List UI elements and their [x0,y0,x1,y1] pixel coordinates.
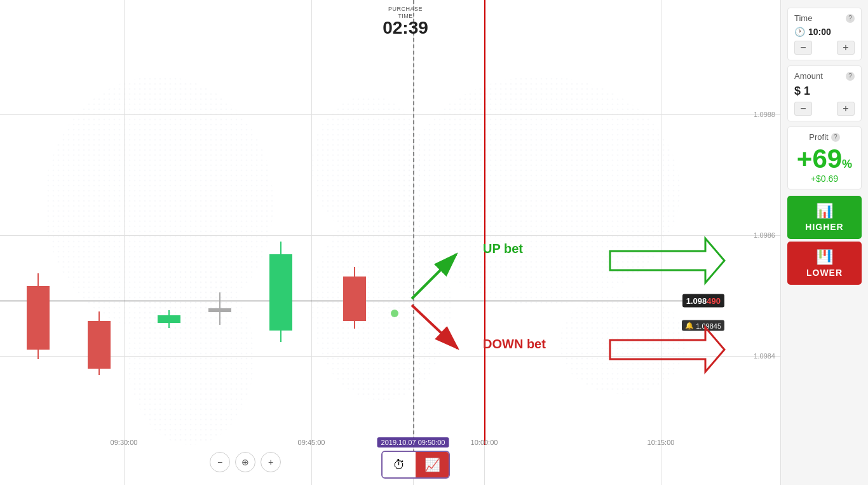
candle-3 [158,310,180,328]
bell-icon: 🔔 [685,322,694,330]
price-dot-indicator [391,310,398,317]
candle-1-wick-bot [37,350,39,359]
candle-1 [27,273,50,359]
grid-line-1 [0,114,780,115]
candle-2-wick-bot [98,369,100,375]
clock-icon: 🕐 [794,27,805,37]
amount-stepper: − + [794,102,855,116]
time-value: 10:00 [808,27,831,37]
zoom-out-btn[interactable]: − [210,452,230,472]
purchase-time-value: 02:39 [383,19,428,37]
price-label-1: 1.0988 [754,111,775,118]
current-price-badge: 1.098490 [682,294,724,308]
grid-line-2 [0,235,780,236]
candle-2-wick-top [98,311,100,321]
profit-section: Profit ? +69% +$0.69 [787,126,862,189]
price-label-2: 1.0986 [754,231,775,239]
candle-3-wick-bot [168,323,170,328]
candle-1-wick-top [37,273,39,286]
amount-section: Amount ? $ 1 − + [787,65,862,121]
candle-6-wick-top [354,267,355,277]
profit-dollar-display: +$0.69 [794,174,855,184]
profit-section-header: Profit ? [794,132,855,142]
candle-3-wick-top [168,310,170,315]
vgrid-1 [124,0,125,485]
time-axis: 09:30:00 09:45:00 2019.10.07 09:50:00 10… [0,434,780,450]
up-bet-label: UP bet [483,242,523,256]
amount-section-header: Amount ? [794,71,855,81]
sidebar: Time ? 🕐 10:00 − + Amount ? $ 1 − + Prof… [780,0,868,485]
amount-info-icon[interactable]: ? [846,72,855,81]
zoom-controls: − ⊕ + [210,452,281,472]
lower-label: LOWER [806,268,843,278]
candle-4-wick-top [219,292,220,308]
zoom-in-btn[interactable]: + [261,452,281,472]
time-label-2: 09:45:00 [298,439,325,446]
candle-6-body [343,277,366,321]
higher-icon: 📊 [816,203,833,219]
profit-percent-value: +69 [797,144,842,174]
higher-btn[interactable]: 📊 HIGHER [787,196,862,239]
candle-5 [269,242,292,342]
purchase-time-header: PURCHASETIME 02:39 [383,5,428,37]
profit-percent-display: +69% [794,146,855,172]
chart-area: 1.0988 1.0986 1.0984 1.098490 🔔 1.09845 … [0,0,780,485]
chart-tool-icon: 📈 [424,457,440,472]
time-section: Time ? 🕐 10:00 − + [787,8,862,60]
higher-label: HIGHER [805,222,843,232]
time-label-4: 10:00:00 [471,439,498,446]
time-label-5: 10:15:00 [648,439,675,446]
candle-4-wick-bot [219,312,220,325]
time-section-header: Time ? [794,13,855,23]
vgrid-5 [661,0,661,485]
time-minus-btn[interactable]: − [794,41,812,55]
bottom-toolbar: ⏱ 📈 [381,451,450,479]
candle-2-body [88,321,111,369]
time-plus-btn[interactable]: + [837,41,855,55]
lower-icon: 📊 [816,249,833,265]
alert-price-badge: 🔔 1.09845 [682,320,724,331]
down-bet-label: DOWN bet [483,337,546,352]
candle-5-body [269,254,292,331]
profit-label: Profit [809,132,828,142]
time-label-1: 09:30:00 [111,439,138,446]
candle-6 [343,267,366,329]
purchase-time-line [484,0,485,445]
lower-btn[interactable]: 📊 LOWER [787,242,862,285]
candle-2 [88,311,111,375]
profit-info-icon[interactable]: ? [831,133,840,142]
vgrid-2 [311,0,312,485]
purchase-dotted-line [413,0,414,453]
alert-price-value: 1.09845 [696,322,721,329]
candle-5-wick-bot [280,331,281,342]
world-map-bg [0,0,780,485]
chart-tool-btn[interactable]: 📈 [416,452,449,477]
grid-line-3 [0,356,780,357]
price-label-3: 1.0984 [754,352,775,360]
purchase-time-label: PURCHASETIME [388,6,423,19]
amount-minus-btn[interactable]: − [794,102,812,116]
amount-display: $ 1 [794,85,855,98]
candle-5-wick-top [280,242,281,254]
clock-tool-icon: ⏱ [393,458,405,472]
svg-point-5 [400,76,680,305]
time-label: Time [794,13,812,23]
time-display: 🕐 10:00 [794,27,855,37]
amount-plus-btn[interactable]: + [837,102,855,116]
candle-6-wick-bot [354,321,355,329]
time-info-icon[interactable]: ? [846,14,855,23]
candle-1-body [27,286,50,350]
candle-3-body [158,315,180,323]
time-label-3: 2019.10.07 09:50:00 [377,437,449,447]
time-stepper: − + [794,41,855,55]
profit-percent-symbol: % [842,158,852,170]
amount-label: Amount [794,71,823,81]
candle-4 [208,292,231,325]
crosshair-btn[interactable]: ⊕ [235,452,255,472]
clock-tool-btn[interactable]: ⏱ [383,452,416,477]
svg-point-6 [559,292,686,394]
